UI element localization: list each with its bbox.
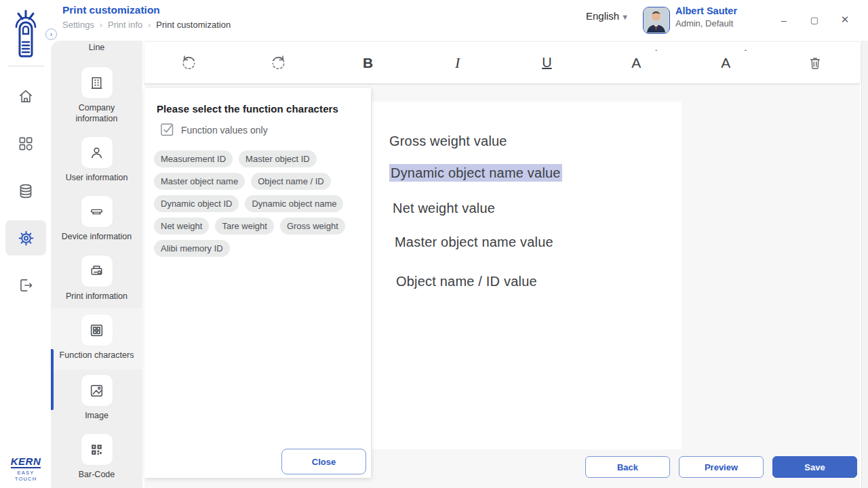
bold-button[interactable]: B [353,48,383,78]
redo-icon [269,54,288,72]
barcode-icon [88,441,105,458]
left-rail: KERN EASY TOUCH [0,0,51,488]
line-text: Master object name value [393,233,555,251]
sidebar-item-label: Print information [51,291,142,302]
format-toolbar: B I U A ˇ A ˆ [144,42,860,83]
database-icon [17,182,35,200]
sidebar-item-function-characters[interactable]: Function characters [51,308,142,369]
chip-dynamic-object-id[interactable]: Dynamic object ID [154,195,239,212]
icon-card [81,67,113,98]
breadcrumb-print-info[interactable]: Print info [108,20,142,30]
home-nav-button[interactable] [12,83,39,110]
divider [7,66,44,66]
avatar[interactable] [643,7,670,34]
icon-card [81,375,113,406]
window-minimize-button[interactable]: – [774,9,794,30]
sidebar-item-label: Line [51,43,142,54]
building-icon [88,75,105,92]
save-button[interactable]: Save [772,456,857,478]
language-selector[interactable]: English ▼ [586,10,629,22]
icon-card [81,256,113,287]
sidebar-item-label: Image [51,411,142,422]
sidebar-item-label: Company information [68,103,125,124]
breadcrumb-separator-icon: › [148,20,151,30]
chevron-right-icon: › [50,30,52,38]
window-maximize-button[interactable]: ▢ [804,9,825,30]
sidebar-item-line[interactable]: Line [51,43,142,54]
easy-touch-logo-icon [9,4,42,61]
preview-button[interactable]: Preview [679,456,764,478]
image-icon [88,382,105,399]
scrollbar-track[interactable] [861,37,868,488]
icon-card [81,314,113,346]
sidebar-item-print-information[interactable]: Print information [51,256,142,302]
print-preview-editor[interactable]: Gross weight value Dynamic object name v… [372,102,682,449]
breadcrumb-settings[interactable]: Settings [62,20,94,30]
chevron-up-icon: ˆ [745,49,747,57]
chip-object-name-id[interactable]: Object name / ID [251,173,331,190]
breadcrumb-separator-icon: › [100,20,102,30]
italic-button[interactable]: I [443,48,473,78]
chip-dynamic-object-name[interactable]: Dynamic object name [245,195,343,212]
sidebar-item-label: Function characters [51,350,142,361]
sidebar-item-device-information[interactable]: Device information [51,196,142,243]
printer-icon [88,263,105,280]
redo-button[interactable] [264,48,294,78]
home-icon [17,87,35,105]
user-photo [644,7,669,33]
close-button[interactable]: Close [281,449,366,474]
undo-button[interactable] [174,48,204,78]
chevron-down-icon: ˇ [655,49,657,57]
window-close-button[interactable]: ✕ [835,9,855,30]
gear-icon [17,229,35,247]
logout-nav-button[interactable] [12,272,39,299]
chip-alibi-memory-id[interactable]: Alibi memory ID [154,240,230,257]
top-header: Print customization Settings › Print inf… [51,0,868,41]
scale-device-icon [88,203,105,220]
kern-tagline: EASY TOUCH [5,470,46,482]
document-line[interactable]: Net weight value [391,199,682,218]
sidebar-expand-toggle[interactable]: › [45,28,57,40]
document-line[interactable]: Object name / ID value [395,272,682,291]
font-size-decrease-button[interactable]: A ˇ [621,48,651,78]
kern-wordmark: KERN [11,456,41,468]
person-icon [88,144,105,161]
sidebar-item-image[interactable]: Image [51,375,142,422]
document-line-selected[interactable]: Dynamic object name value [389,163,682,182]
chip-master-object-name[interactable]: Master object name [154,173,245,190]
function-characters-icon [88,322,105,339]
apps-grid-icon [17,135,35,152]
settings-nav-button[interactable] [12,224,39,251]
apps-nav-button[interactable] [12,130,39,157]
chip-net-weight[interactable]: Net weight [154,218,209,235]
underline-button[interactable]: U [532,48,561,78]
sidebar-item-label: Device information [51,232,142,243]
checkbox-checked-icon [161,123,174,136]
icon-card [81,196,113,227]
document-line[interactable]: Master object name value [393,232,682,251]
line-text: Net weight value [391,199,496,217]
document-line[interactable]: Gross weight value [388,131,682,150]
chip-master-object-id[interactable]: Master object ID [239,150,317,167]
sidebar-item-bar-code[interactable]: Bar-Code [51,434,142,481]
back-button[interactable]: Back [585,456,670,478]
chip-measurement-id[interactable]: Measurement ID [154,150,233,167]
font-size-increase-button[interactable]: A ˆ [711,48,741,78]
chip-gross-weight[interactable]: Gross weight [280,218,345,235]
line-text: Gross weight value [388,132,509,150]
sidebar-item-company-information[interactable]: Company information [51,67,142,124]
sidebar-item-user-information[interactable]: User information [51,137,142,184]
sidebar-item-label: User information [51,173,142,184]
database-nav-button[interactable] [12,178,39,205]
icon-card [81,137,113,168]
chip-tare-weight[interactable]: Tare weight [215,218,273,235]
dialog-title: Please select the function characters [157,103,338,115]
font-size-decrease-label: A [631,55,641,71]
function-characters-dialog: Please select the function characters Fu… [144,88,371,478]
function-values-only-checkbox[interactable]: Function values only [161,123,268,136]
line-text: Object name / ID value [395,272,538,290]
breadcrumb: Settings › Print info › Print customizat… [62,20,231,30]
delete-button[interactable] [800,48,830,78]
undo-icon [180,54,198,72]
user-role: Admin, Default [675,18,733,28]
